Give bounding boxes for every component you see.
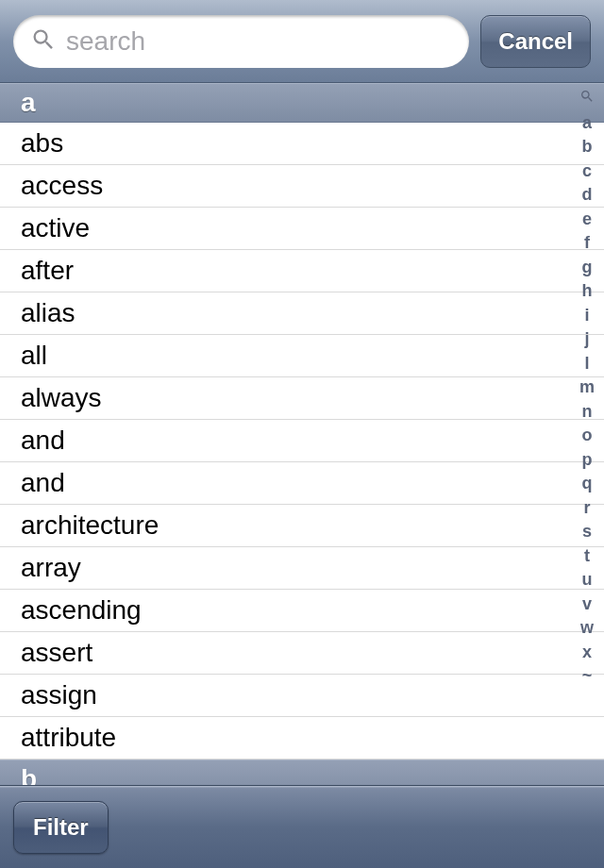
- list-item[interactable]: attribute: [0, 717, 604, 760]
- search-bar: Cancel: [0, 0, 604, 83]
- bottom-toolbar: Filter: [0, 785, 604, 868]
- index-letter[interactable]: m: [579, 378, 595, 395]
- search-icon[interactable]: [579, 89, 595, 107]
- search-icon: [30, 26, 57, 57]
- search-field[interactable]: [13, 15, 469, 68]
- index-letter[interactable]: u: [582, 571, 593, 588]
- index-letter[interactable]: h: [582, 282, 593, 299]
- list-item[interactable]: access: [0, 165, 604, 208]
- list-item[interactable]: assert: [0, 632, 604, 675]
- list-item[interactable]: assign: [0, 675, 604, 717]
- section-header: b: [0, 760, 604, 785]
- index-letter[interactable]: o: [582, 426, 593, 443]
- search-input[interactable]: [66, 26, 452, 57]
- index-letter[interactable]: w: [580, 619, 594, 636]
- cancel-button[interactable]: Cancel: [480, 15, 591, 68]
- index-letter[interactable]: c: [582, 162, 592, 179]
- list-item[interactable]: architecture: [0, 505, 604, 547]
- list-item[interactable]: array: [0, 547, 604, 590]
- index-letter[interactable]: g: [582, 259, 593, 275]
- index-letter[interactable]: x: [582, 643, 592, 660]
- index-letter[interactable]: l: [584, 355, 589, 372]
- list-container: aabsaccessactiveafteraliasallalwaysandan…: [0, 83, 604, 785]
- index-letter[interactable]: r: [583, 499, 590, 516]
- index-letter[interactable]: p: [582, 451, 593, 468]
- list-item[interactable]: all: [0, 335, 604, 377]
- index-letter[interactable]: e: [582, 210, 592, 227]
- list-item[interactable]: always: [0, 377, 604, 420]
- index-letter[interactable]: a: [582, 114, 592, 131]
- list-item[interactable]: active: [0, 208, 604, 250]
- index-letter[interactable]: q: [582, 475, 593, 492]
- index-letter[interactable]: n: [582, 403, 593, 420]
- list-item[interactable]: and: [0, 420, 604, 462]
- index-letter[interactable]: j: [584, 330, 589, 347]
- list-item[interactable]: ascending: [0, 590, 604, 632]
- index-letter[interactable]: s: [582, 523, 592, 540]
- section-index-bar[interactable]: abcdefghijlmnopqrstuvwx~: [570, 83, 604, 785]
- index-letter[interactable]: d: [582, 186, 593, 203]
- list-item[interactable]: after: [0, 250, 604, 292]
- list-item[interactable]: abs: [0, 123, 604, 165]
- index-letter[interactable]: f: [584, 234, 590, 251]
- index-letter[interactable]: ~: [582, 667, 593, 684]
- list-item[interactable]: and: [0, 462, 604, 505]
- index-letter[interactable]: i: [584, 307, 589, 324]
- section-header: a: [0, 83, 604, 123]
- index-letter[interactable]: b: [582, 138, 593, 155]
- index-letter[interactable]: v: [582, 595, 592, 612]
- list-item[interactable]: alias: [0, 292, 604, 335]
- index-letter[interactable]: t: [584, 547, 590, 564]
- filter-button[interactable]: Filter: [13, 801, 109, 854]
